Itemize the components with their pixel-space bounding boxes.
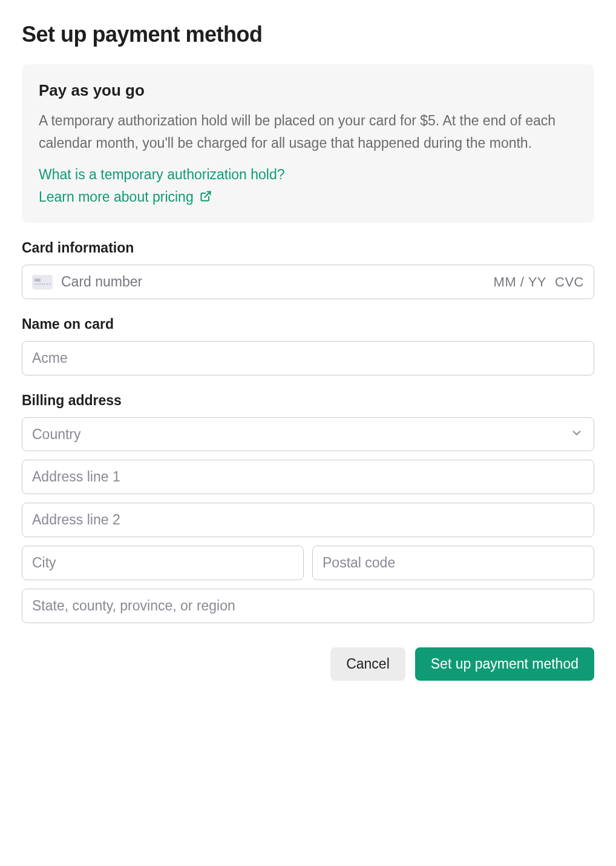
card-expiry-placeholder: MM / YY (494, 274, 546, 290)
card-info-section: Card information Card number MM / YY CVC (22, 240, 594, 299)
name-on-card-input[interactable] (22, 341, 594, 375)
postal-code-input[interactable] (312, 546, 594, 580)
billing-address-section: Billing address Country (22, 392, 594, 623)
pricing-link-label: Learn more about pricing (39, 189, 194, 205)
address-line1-input[interactable] (22, 460, 594, 494)
info-box-title: Pay as you go (39, 81, 577, 100)
submit-button[interactable]: Set up payment method (415, 647, 594, 681)
city-input[interactable] (22, 546, 304, 580)
info-box: Pay as you go A temporary authorization … (22, 64, 594, 223)
svg-line-0 (205, 192, 210, 197)
card-cvc-placeholder: CVC (555, 274, 584, 290)
card-input-row[interactable]: Card number MM / YY CVC (22, 265, 594, 299)
auth-hold-link[interactable]: What is a temporary authorization hold? (39, 167, 577, 183)
name-on-card-section: Name on card (22, 316, 594, 375)
card-number-placeholder: Card number (61, 274, 485, 290)
city-postal-row (22, 546, 594, 580)
footer-actions: Cancel Set up payment method (22, 647, 594, 681)
region-input[interactable] (22, 589, 594, 623)
country-select-wrap: Country (22, 417, 594, 451)
cancel-button[interactable]: Cancel (330, 647, 405, 681)
card-info-label: Card information (22, 240, 594, 256)
billing-address-label: Billing address (22, 392, 594, 409)
country-select[interactable]: Country (22, 417, 594, 451)
credit-card-icon (32, 275, 53, 289)
page-title: Set up payment method (22, 22, 594, 47)
external-link-icon (200, 190, 212, 206)
name-on-card-label: Name on card (22, 316, 594, 332)
info-box-description: A temporary authorization hold will be p… (39, 110, 577, 154)
pricing-link[interactable]: Learn more about pricing (39, 189, 577, 206)
address-line2-input[interactable] (22, 503, 594, 537)
